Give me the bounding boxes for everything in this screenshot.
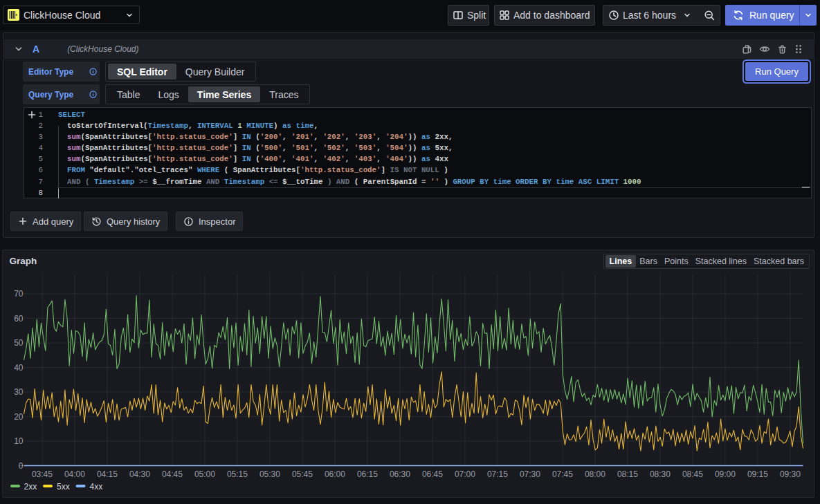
svg-text:03:45: 03:45	[31, 469, 52, 479]
svg-text:06:15: 06:15	[356, 469, 377, 479]
svg-text:04:45: 04:45	[161, 469, 182, 479]
svg-text:08:15: 08:15	[617, 469, 637, 479]
svg-text:60: 60	[14, 314, 24, 324]
svg-text:06:00: 06:00	[324, 469, 345, 479]
svg-text:06:30: 06:30	[389, 469, 410, 479]
svg-text:08:30: 08:30	[649, 469, 670, 479]
svg-text:09:00: 09:00	[714, 469, 735, 479]
svg-text:30: 30	[14, 387, 24, 397]
svg-text:5xx: 5xx	[57, 482, 70, 492]
svg-text:05:45: 05:45	[291, 469, 312, 479]
svg-text:07:00: 07:00	[454, 469, 475, 479]
svg-text:4xx: 4xx	[89, 482, 102, 492]
svg-text:10: 10	[14, 436, 24, 446]
svg-text:08:45: 08:45	[682, 469, 702, 479]
svg-text:07:45: 07:45	[552, 469, 572, 479]
svg-text:05:30: 05:30	[259, 469, 280, 479]
svg-text:07:15: 07:15	[486, 469, 507, 479]
svg-text:04:00: 04:00	[64, 469, 84, 479]
svg-text:04:30: 04:30	[129, 469, 149, 479]
svg-text:08:00: 08:00	[584, 469, 605, 479]
svg-text:04:15: 04:15	[96, 469, 117, 479]
svg-text:20: 20	[14, 412, 24, 422]
svg-text:05:15: 05:15	[226, 469, 247, 479]
svg-text:09:30: 09:30	[779, 469, 800, 479]
svg-text:50: 50	[14, 338, 24, 348]
svg-text:70: 70	[14, 289, 24, 299]
svg-text:40: 40	[14, 363, 24, 373]
svg-text:05:00: 05:00	[194, 469, 215, 479]
svg-text:2xx: 2xx	[24, 482, 37, 492]
svg-text:09:15: 09:15	[747, 469, 767, 479]
svg-text:07:30: 07:30	[519, 469, 540, 479]
svg-text:06:45: 06:45	[421, 469, 442, 479]
